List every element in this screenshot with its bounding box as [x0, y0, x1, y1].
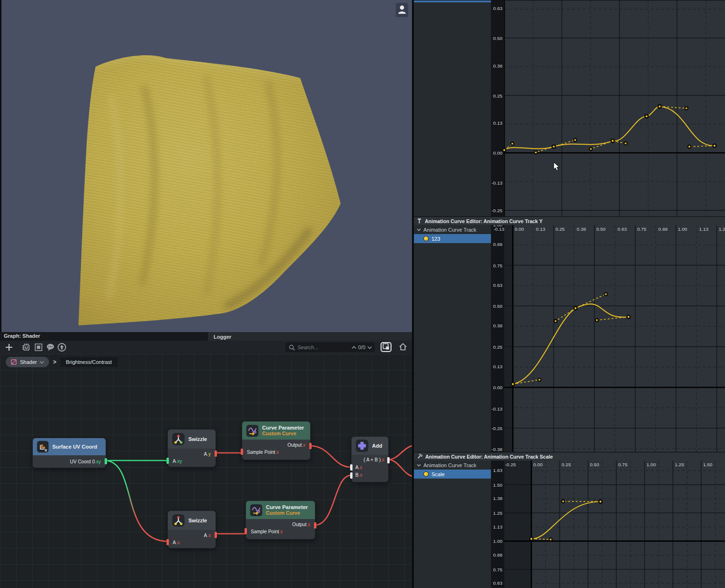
node-curve-parameter-2[interactable]: Curve Parameter Custom Curve Output.x Sa…: [245, 500, 315, 539]
node-title: Surface UV Coord: [52, 444, 97, 450]
add-node-button[interactable]: [4, 342, 14, 353]
swizzle-icon: [172, 432, 185, 446]
publish-button[interactable]: [57, 342, 67, 353]
input-port[interactable]: [245, 528, 247, 534]
search-input[interactable]: Search... 0/0: [285, 343, 375, 352]
tab-graph-shader[interactable]: Graph: Shader: [4, 333, 40, 339]
input-port[interactable]: [241, 449, 243, 455]
svg-text:0.50: 0.50: [493, 36, 503, 41]
output-port[interactable]: [105, 458, 107, 464]
frame-icon: [33, 342, 44, 353]
output-port[interactable]: [387, 457, 390, 463]
search-placeholder: Search...: [297, 344, 350, 350]
curve-parameter-icon: [246, 424, 259, 437]
chevron-down-icon: [39, 361, 44, 364]
track-row-123[interactable]: 123: [414, 234, 491, 243]
curve-editor-header[interactable]: Animation Curve Editor: Animation Curve …: [414, 452, 725, 461]
curve-editor-header[interactable]: Animation Curve Editor: Animation Curve …: [414, 217, 725, 225]
svg-text:-0.38: -0.38: [491, 447, 502, 452]
svg-text:0.00: 0.00: [515, 226, 524, 232]
svg-text:0.63: 0.63: [493, 6, 503, 11]
output-port[interactable]: [215, 451, 217, 457]
svg-text:0.50: 0.50: [597, 226, 606, 232]
svg-text:1.13: 1.13: [493, 524, 503, 529]
pin-icon[interactable]: [417, 218, 422, 224]
curve-track-icon: [423, 471, 429, 477]
port-row-input-b: B.x: [355, 472, 362, 478]
surface-uv-icon: 0: [37, 441, 49, 453]
curve-track-icon: [423, 236, 429, 241]
svg-text:0.25: 0.25: [493, 344, 503, 350]
curve-editor-track-scale: Animation Curve Editor: Animation Curve …: [414, 452, 725, 588]
svg-text:0: 0: [45, 448, 47, 452]
port-row-output: ( A + B ).x: [363, 457, 384, 462]
port-row-input-a: A.x: [355, 465, 362, 470]
svg-text:-0.13: -0.13: [491, 180, 502, 186]
svg-text:0.13: 0.13: [536, 226, 546, 232]
3d-viewport[interactable]: [0, 0, 412, 332]
svg-text:-0.13: -0.13: [491, 406, 502, 412]
svg-text:0.75: 0.75: [618, 462, 628, 467]
svg-text:0.13: 0.13: [493, 121, 503, 126]
breadcrumb: Shader > Brightness/Contrast: [6, 357, 118, 367]
tab-logger[interactable]: Logger: [208, 332, 412, 341]
node-curve-parameter-1[interactable]: Curve Parameter Custom Curve Output.x Sa…: [242, 421, 311, 460]
track-group-row[interactable]: Animation Curve Track: [414, 461, 491, 470]
port-row-input: A.xy: [173, 459, 182, 464]
node-chip-button[interactable]: [21, 342, 31, 353]
add-node-icon: [355, 439, 369, 452]
search-prev-icon[interactable]: [352, 346, 356, 349]
svg-text:0.88: 0.88: [493, 552, 503, 558]
svg-text:0.25: 0.25: [562, 462, 571, 467]
svg-text:1.00: 1.00: [493, 539, 503, 544]
unpin-icon[interactable]: [417, 454, 422, 460]
breadcrumb-root[interactable]: Shader: [6, 357, 49, 367]
svg-text:-0.25: -0.25: [505, 462, 516, 467]
svg-text:1.25: 1.25: [675, 462, 685, 467]
output-port[interactable]: [215, 532, 217, 538]
input-port[interactable]: [167, 458, 169, 464]
svg-text:-0.25: -0.25: [491, 208, 502, 213]
home-button[interactable]: [398, 342, 408, 353]
track-row-scale[interactable]: Scale: [414, 470, 491, 479]
comment-button[interactable]: [45, 342, 56, 353]
curve-plot[interactable]: 1.631.501.381.251.131.000.880.750.63-0.2…: [491, 461, 725, 588]
node-canvas[interactable]: Shader > Brightness/Contrast: [0, 354, 412, 588]
node-title: Swizzle: [188, 436, 207, 442]
svg-text:0.25: 0.25: [493, 93, 503, 98]
node-surface-uv-coord[interactable]: 0 Surface UV Coord UV Coord 0.xy: [32, 438, 106, 468]
port-row-output: A.x: [204, 533, 211, 538]
input-port[interactable]: [167, 539, 169, 545]
swizzle-icon: [172, 514, 185, 527]
breadcrumb-separator: >: [53, 359, 56, 365]
search-result-count: 0/0: [358, 344, 365, 350]
svg-text:0.38: 0.38: [493, 323, 503, 328]
output-port[interactable]: [314, 522, 316, 529]
node-swizzle-2[interactable]: Swizzle A.x A.x: [167, 510, 216, 549]
input-port-a[interactable]: [350, 464, 353, 470]
node-add[interactable]: Add ( A + B ).x A.x B.x: [351, 436, 389, 482]
curve-plot[interactable]: 1.000.880.750.630.500.380.250.130.00-0.1…: [491, 225, 725, 452]
curve-parameter-icon: [250, 504, 263, 517]
svg-text:-0.25: -0.25: [491, 426, 502, 431]
node-title: Add: [372, 443, 382, 449]
chevron-down-icon: [417, 228, 421, 231]
selected-track-partial[interactable]: [414, 0, 491, 2]
search-next-icon[interactable]: [367, 346, 372, 349]
curve-plot[interactable]: 0.630.500.380.250.130.00-0.13-0.25: [491, 0, 725, 216]
svg-text:0.38: 0.38: [577, 226, 586, 232]
curve-editor-track-y: Animation Curve Editor: Animation Curve …: [414, 216, 725, 452]
svg-text:0.50: 0.50: [493, 304, 503, 309]
fit-view-button[interactable]: [381, 342, 392, 352]
svg-text:0.00: 0.00: [493, 385, 503, 390]
output-port[interactable]: [309, 443, 312, 449]
svg-text:0.63: 0.63: [493, 580, 503, 586]
frame-button[interactable]: [33, 342, 44, 353]
input-port-b[interactable]: [350, 472, 353, 479]
node-swizzle-1[interactable]: Swizzle A.y A.xy: [167, 429, 216, 467]
track-group-row[interactable]: Animation Curve Track: [414, 225, 491, 234]
user-avatar-button[interactable]: [396, 3, 408, 17]
svg-text:0.00: 0.00: [493, 150, 503, 156]
add-icon: [4, 342, 14, 353]
port-row-input: Sample Point.x: [247, 450, 279, 455]
